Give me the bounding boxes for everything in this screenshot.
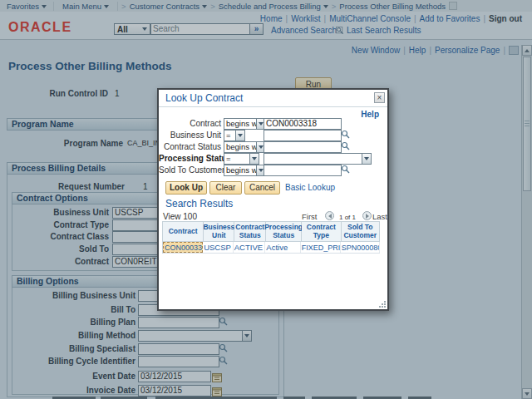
arrow-left-icon (328, 214, 332, 219)
top-links: Home| Worklist| MultiChannel Console| Ad… (260, 14, 522, 23)
search-go-button[interactable]: » (249, 23, 264, 35)
contract-class-label: Contract Class (12, 232, 109, 241)
breadcrumb-main-menu[interactable]: Main Menu (54, 2, 118, 11)
header-band: Home| Worklist| MultiChannel Console| Ad… (0, 12, 532, 40)
help-link[interactable]: Help (409, 46, 426, 55)
criteria-processing-status-operator[interactable]: = (224, 153, 259, 165)
new-window-link[interactable]: New Window (352, 46, 400, 55)
breadcrumb-schedule-process-billing[interactable]: Schedule and Process Billing (219, 2, 328, 11)
criteria-contract-status-operator[interactable]: begins with (224, 141, 266, 153)
modal-titlebar[interactable]: Look Up Contract × (159, 90, 387, 107)
modal-help-link[interactable]: Help (361, 110, 379, 119)
modal-title: Look Up Contract (165, 92, 243, 104)
event-date-calendar-icon[interactable] (212, 371, 222, 386)
chevron-down-icon (104, 5, 109, 8)
view-100-link[interactable]: View 100 (163, 212, 197, 221)
billing-specialist-lookup-icon[interactable] (219, 343, 228, 352)
billing-method-select[interactable] (138, 330, 252, 342)
billing-plan-label: Billing Plan (12, 318, 135, 327)
criteria-contract-status-lookup-icon[interactable] (341, 141, 350, 150)
vertical-scrollbar[interactable] (521, 45, 532, 399)
last-search-results-link[interactable]: Last Search Results (347, 26, 421, 35)
breadcrumb-customer-contracts[interactable]: Customer Contracts (130, 2, 207, 11)
chevron-down-icon (42, 5, 47, 8)
page-utility-links: New Window| Help| Personalize Page| (352, 46, 519, 55)
add-to-favorites-link[interactable]: Add to Favorites (420, 14, 480, 23)
criteria-contract-operator[interactable]: begins with (224, 118, 266, 130)
personalize-page-link[interactable]: Personalize Page (435, 46, 500, 55)
criteria-contract-status-label: Contract Status (159, 142, 221, 151)
modal-close-button[interactable]: × (374, 92, 385, 103)
pager-position: 1 of 1 (339, 214, 356, 221)
pager-next-button[interactable] (362, 211, 372, 220)
breadcrumb-separator: > (207, 2, 219, 11)
breadcrumb-favorites[interactable]: Favorites (0, 2, 54, 11)
column-header-contract-status[interactable]: Contract Status (234, 222, 266, 242)
billing-specialist-field[interactable] (138, 343, 219, 355)
event-date-label: Event Date (12, 372, 135, 381)
result-contract-link[interactable]: CON0003318 (163, 242, 203, 253)
results-data-row: CON0003318 USCSP ACTIVE Active FIXED_PRI… (163, 242, 380, 254)
criteria-processing-status-select[interactable] (264, 153, 372, 165)
search-input[interactable]: Search (150, 23, 252, 35)
oracle-logo: ORACLE (8, 20, 72, 35)
scroll-down-button[interactable] (522, 388, 532, 399)
cancel-button[interactable]: Cancel (244, 181, 280, 195)
column-header-contract-type[interactable]: Contract Type (302, 222, 341, 242)
home-link[interactable]: Home (260, 14, 283, 23)
billing-plan-lookup-icon[interactable] (219, 317, 228, 326)
billing-cycle-lookup-icon[interactable] (219, 356, 228, 365)
chevron-down-icon (236, 130, 245, 141)
event-date-field[interactable]: 03/12/2015 (138, 371, 211, 382)
criteria-contract-status-input[interactable] (264, 141, 342, 153)
bill-to-label: Bill To (12, 305, 135, 314)
criteria-contract-label: Contract (159, 119, 221, 128)
result-contract-type[interactable]: FIXED_PRICE (301, 242, 341, 253)
criteria-business-unit-operator[interactable]: = (224, 130, 245, 141)
request-number-label: Request Number (25, 182, 125, 191)
modal-resize-grip[interactable] (379, 301, 386, 308)
business-unit-label: Business Unit (12, 208, 109, 217)
basic-lookup-link[interactable]: Basic Lookup (285, 183, 335, 192)
criteria-business-unit-lookup-icon[interactable] (341, 130, 350, 139)
invoice-date-field[interactable]: 03/12/2015 (138, 385, 211, 397)
results-table: Contract Business Unit Contract Status P… (162, 221, 380, 254)
breadcrumb-separator: > (328, 2, 340, 11)
advanced-search-link[interactable]: Advanced Search (271, 26, 337, 35)
scroll-up-button[interactable] (522, 45, 532, 56)
search-scope-dropdown[interactable]: All (114, 23, 150, 35)
column-header-contract[interactable]: Contract (163, 222, 204, 242)
column-header-sold-to-customer[interactable]: Sold To Customer (342, 222, 380, 242)
clear-button[interactable]: Clear (209, 181, 242, 195)
worklist-link[interactable]: Worklist (291, 14, 320, 23)
copy-url-icon[interactable] (509, 46, 519, 55)
criteria-sold-to-customer-label: Sold To Customer (159, 165, 221, 175)
result-processing-status[interactable]: Active (265, 242, 300, 253)
multichannel-console-link[interactable]: MultiChannel Console (329, 14, 411, 23)
chevron-down-icon (362, 154, 371, 164)
billing-cycle-identifier-field[interactable] (138, 356, 219, 367)
result-sold-to-customer[interactable]: SPN0000809 (341, 242, 380, 253)
breadcrumb-current-page: Process Other Billing Methods (339, 2, 446, 11)
chevron-down-icon (142, 27, 147, 31)
criteria-contract-input[interactable]: CON0003318 (264, 118, 342, 130)
sign-out-link[interactable]: Sign out (489, 14, 522, 23)
pager-last-label[interactable]: Last (372, 212, 387, 221)
breadcrumb-separator: > (118, 2, 130, 11)
look-up-button[interactable]: Look Up (165, 181, 207, 195)
criteria-sold-to-customer-lookup-icon[interactable] (341, 165, 350, 174)
pager-first-label[interactable]: First (302, 212, 317, 221)
breadcrumb: Favorites Main Menu > Customer Contracts… (0, 0, 532, 12)
criteria-sold-to-customer-operator[interactable]: begins with (224, 165, 266, 176)
billing-plan-field[interactable] (138, 317, 219, 328)
result-contract-status[interactable]: ACTIVE (234, 242, 266, 253)
pager-previous-button[interactable] (325, 211, 334, 220)
search-scope-value: All (117, 25, 128, 34)
criteria-business-unit-input[interactable] (264, 130, 342, 141)
chevron-down-icon (242, 331, 251, 341)
result-business-unit[interactable]: USCSP (203, 242, 234, 253)
scrollbar-thumb[interactable] (523, 57, 531, 191)
column-header-processing-status[interactable]: Processing Status (266, 222, 302, 242)
column-header-business-unit[interactable]: Business Unit (204, 222, 234, 242)
criteria-sold-to-customer-input[interactable] (264, 165, 342, 176)
